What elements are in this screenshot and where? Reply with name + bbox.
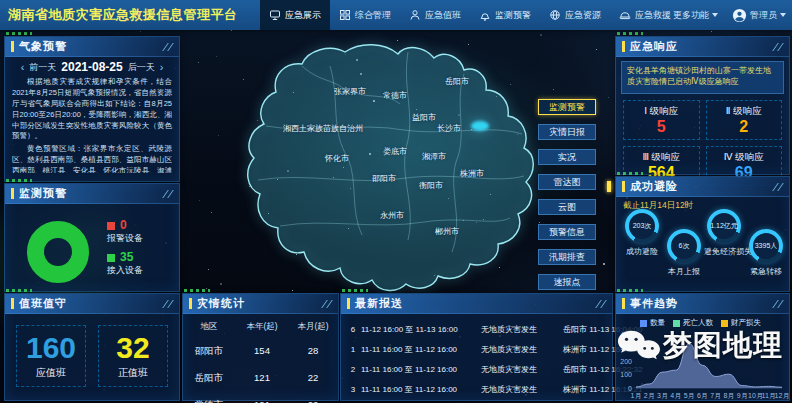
map-marker [607, 181, 611, 192]
map-layer-button-7[interactable]: 汛期排查 [538, 249, 596, 265]
table-cell: 22 [291, 392, 335, 403]
map-layer-button-4[interactable]: 雷达图 [538, 174, 596, 190]
map-city-label: 湘西土家族苗族自治州 [283, 123, 363, 134]
header-accent [347, 298, 350, 309]
page-title: 湖南省地质灾害应急救援信息管理平台 [8, 6, 238, 24]
report-row: 211-11 16:00 至 11-12 16:00无地质灾害发生岳阳市 11-… [345, 359, 608, 379]
table-cell: 28 [291, 338, 335, 365]
table-header: 本年(起) [233, 318, 291, 338]
map-city-label: 郴州市 [435, 226, 459, 237]
panel-decoration [161, 43, 173, 51]
legend-connected-devices: 35 接入设备 [107, 250, 143, 277]
weather-warning-text: 根据地质灾害成灾规律和孕灾条件，结合2021年8月25日短期气象预报情况，省自然… [5, 74, 179, 173]
map-city-label: 娄底市 [383, 146, 407, 157]
disaster-statistics-panel: 灾情统计 地区本年(起)本月(起)邵阳市15428岳阳市12122常德市1212… [182, 293, 339, 401]
highlight-spot [471, 121, 489, 131]
svg-text:3月: 3月 [657, 392, 668, 400]
reports-list: 611-12 16:00 至 11-13 16:00无地质灾害发生岳阳市 11-… [341, 314, 612, 399]
map-layer-button-2[interactable]: 灾情日报 [538, 124, 596, 140]
disaster-statistics-table: 地区本年(起)本月(起)邵阳市15428岳阳市12122常德市12122 [183, 314, 338, 403]
menu-item-4[interactable]: 监测预警 [470, 0, 540, 30]
map-city-label: 湘潭市 [422, 151, 446, 162]
prev-day-button[interactable]: 前一天 [29, 61, 56, 74]
chevron-down-icon [780, 13, 786, 17]
gauge-2: 6次本月上报 [664, 229, 704, 277]
map-city-label: 株洲市 [460, 168, 484, 179]
next-day-button[interactable]: 后一天 [128, 61, 155, 74]
panel-decoration [161, 190, 173, 198]
emergency-response-panel: 应急响应 安化县羊角塘镇沙田村的山寨一带发生地质灾害险情已启动Ⅳ级应急响应 Ⅰ … [615, 36, 790, 175]
current-date: 2021-08-25 [61, 60, 122, 74]
response-level-2: Ⅱ 级响应2 [706, 100, 783, 140]
menu-item-3[interactable]: 应急值班 [400, 0, 470, 30]
helmet-icon [619, 9, 631, 21]
header-accent [11, 298, 14, 309]
avatar-icon [732, 8, 747, 23]
star [711, 31, 712, 32]
more-functions-button[interactable]: 更多功能 [673, 9, 718, 22]
grid-icon [339, 9, 351, 21]
menu-item-6[interactable]: 应急救援 [610, 0, 680, 30]
dashboard-root: 张家界市常德市岳阳市益阳市长沙市湘西土家族苗族自治州娄底市湘潭市怀化市邵阳市株洲… [0, 0, 792, 403]
prev-arrow-icon[interactable]: ‹ [21, 61, 25, 73]
map-layer-button-5[interactable]: 云图 [538, 199, 596, 215]
svg-text:5月: 5月 [684, 392, 695, 400]
map-city-label: 常德市 [383, 90, 407, 101]
monitor-icon [269, 9, 281, 21]
panel-decoration [161, 300, 173, 308]
successful-avoidance-panel: 成功避险 截止11月14日12时 203次成功避险6次本月上报1.12亿元避免经… [615, 176, 790, 292]
svg-text:6月: 6月 [697, 392, 708, 400]
panel-decoration [594, 300, 606, 308]
weather-warning-panel: 气象预警 ‹ 前一天 2021-08-25 后一天 › 根据地质灾害成灾规律和孕… [4, 36, 180, 182]
response-alert-marquee: 安化县羊角塘镇沙田村的山寨一带发生地质灾害险情已启动Ⅳ级应急响应 [621, 61, 784, 94]
legend-alarm-devices: 0 报警设备 [107, 218, 143, 245]
gauge-ring: 1.12亿元 [707, 209, 741, 243]
map-layer-button-3[interactable]: 实况 [538, 149, 596, 165]
next-arrow-icon[interactable]: › [160, 61, 164, 73]
gauge-3: 1.12亿元避免经济损失 [704, 209, 744, 257]
header-right-area: 更多功能 管理员 [673, 0, 786, 30]
chevron-down-icon [712, 13, 718, 17]
panel-header: 气象预警 [5, 37, 179, 57]
map-layer-button-8[interactable]: 速报点 [538, 274, 596, 290]
map-city-label: 长沙市 [437, 123, 461, 134]
map-layer-button-1[interactable]: 监测预警 [538, 99, 596, 115]
star [140, 31, 141, 32]
svg-text:0: 0 [628, 385, 632, 392]
menu-item-1[interactable]: 应急展示 [260, 0, 330, 30]
map-city-label: 岳阳市 [445, 76, 469, 87]
table-cell: 154 [233, 338, 291, 365]
map-city-label: 益阳市 [412, 112, 436, 123]
gauge-ring: 6次 [667, 229, 701, 263]
gauge-1: 203次成功避险 [622, 209, 662, 257]
report-row: 611-12 16:00 至 11-13 16:00无地质灾害发生岳阳市 11-… [345, 319, 608, 339]
report-row: 311-11 16:00 至 11-12 16:00无地质灾害发生株洲市 11-… [345, 379, 608, 399]
date-navigator: ‹ 前一天 2021-08-25 后一天 › [5, 60, 179, 74]
menu-item-2[interactable]: 综合管理 [330, 0, 400, 30]
province-outline [248, 45, 534, 291]
report-row: 111-11 16:00 至 11-12 16:00无地质灾害发生株洲市 11-… [345, 339, 608, 359]
stat-should-be-on-duty: 160 应值班 [16, 325, 86, 387]
svg-text:9月: 9月 [737, 392, 748, 400]
table-cell: 121 [233, 365, 291, 392]
wechat-icon [616, 326, 660, 366]
map-layer-button-6[interactable]: 预警信息 [538, 224, 596, 240]
globe-icon [549, 9, 561, 21]
panel-header: 应急响应 [616, 37, 789, 57]
main-menu: 应急展示综合管理应急值班监测预警应急资源应急救援 [260, 0, 680, 30]
header-accent [622, 181, 625, 192]
panel-decoration [771, 43, 783, 51]
svg-text:4月: 4月 [670, 392, 681, 400]
user-menu[interactable]: 管理员 [732, 8, 786, 23]
table-cell: 常德市 [185, 392, 233, 403]
panel-header: 事件趋势 [616, 294, 789, 314]
table-header: 地区 [185, 318, 233, 338]
panel-header: 监测预警 [5, 184, 179, 204]
legend-swatch [107, 254, 115, 262]
table-header: 本月(起) [291, 318, 335, 338]
map-city-label: 邵阳市 [372, 173, 396, 184]
menu-item-5[interactable]: 应急资源 [540, 0, 610, 30]
map-city-label: 怀化市 [325, 153, 349, 164]
response-level-1: Ⅰ 级响应5 [623, 100, 700, 140]
gauge-ring: 203次 [625, 209, 659, 243]
